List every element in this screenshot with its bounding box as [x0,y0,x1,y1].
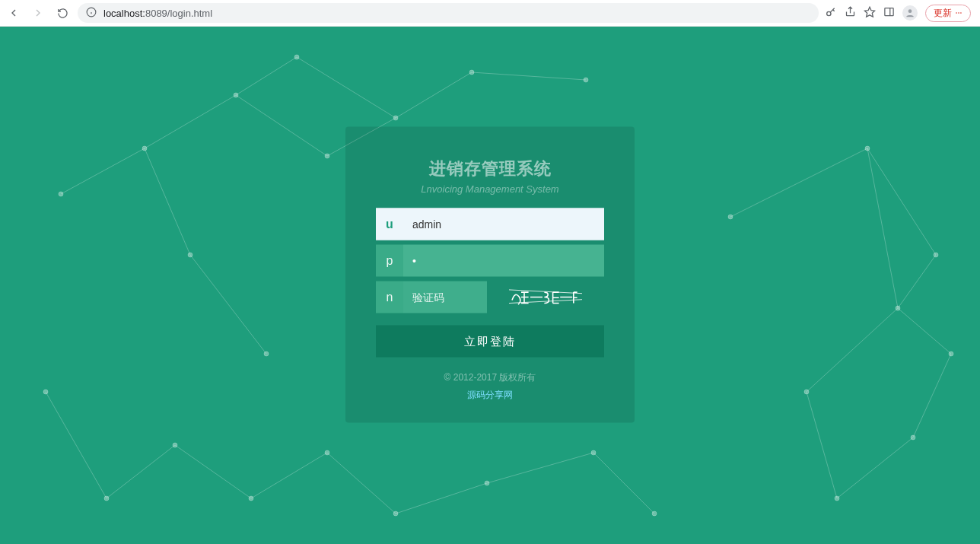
svg-line-60 [913,354,951,437]
svg-line-50 [107,445,175,498]
captcha-image[interactable] [487,282,604,313]
reload-button[interactable] [53,4,72,22]
browser-toolbar: localhost:8089/login.html 更新 [0,0,980,27]
captcha-input[interactable] [403,282,487,313]
svg-line-43 [236,95,327,156]
svg-point-11 [960,12,962,14]
svg-marker-5 [864,7,874,17]
svg-line-44 [145,148,190,255]
page-viewport: 进销存管理系统 Lnvoicing Management System u p … [0,27,980,544]
svg-line-58 [898,255,936,308]
svg-line-56 [593,453,654,514]
username-field: u [376,208,604,240]
svg-line-55 [487,453,593,483]
back-button[interactable] [5,4,23,22]
url-text: localhost:8089/login.html [103,8,212,19]
svg-line-41 [236,57,297,95]
svg-line-51 [175,445,251,498]
svg-line-65 [730,148,867,217]
bookmark-star-icon[interactable] [864,6,876,21]
source-link[interactable]: 源码分享网 [467,390,513,400]
site-info-icon[interactable] [85,7,97,20]
svg-line-63 [807,308,898,392]
password-field: p [376,245,604,277]
login-panel: 进销存管理系统 Lnvoicing Management System u p … [345,127,635,423]
svg-point-10 [958,12,959,14]
captcha-field: n [376,282,604,313]
svg-line-52 [251,453,327,498]
share-icon[interactable] [845,6,856,20]
login-title: 进销存管理系统 [376,157,604,180]
svg-line-42 [297,57,396,118]
forward-button[interactable] [29,4,47,22]
key-icon[interactable] [825,6,837,21]
password-input[interactable] [403,245,604,277]
svg-line-61 [837,437,913,498]
login-button[interactable]: 立即登陆 [376,326,604,358]
update-button[interactable]: 更新 [925,5,971,22]
address-bar[interactable]: localhost:8089/login.html [78,3,819,23]
svg-rect-6 [885,8,893,16]
svg-point-9 [956,12,957,14]
profile-avatar[interactable] [902,5,918,21]
svg-point-8 [908,9,912,13]
svg-line-62 [807,392,837,498]
svg-line-39 [61,148,145,194]
captcha-icon: n [376,282,403,313]
svg-line-54 [396,483,487,514]
user-icon: u [376,208,403,240]
source-link-wrap: 源码分享网 [376,389,604,402]
panel-icon[interactable] [883,6,895,20]
svg-line-47 [472,72,586,80]
svg-line-46 [396,72,472,118]
username-input[interactable] [403,208,604,240]
login-subtitle: Lnvoicing Management System [376,183,604,195]
svg-line-53 [327,453,396,514]
update-label: 更新 [934,7,952,20]
svg-line-59 [898,308,951,354]
svg-line-49 [46,392,107,498]
svg-line-48 [190,255,266,354]
lock-icon: p [376,245,403,277]
svg-point-3 [827,11,831,15]
svg-line-40 [145,95,236,148]
copyright-text: © 2012-2017 版权所有 [376,371,604,384]
toolbar-right: 更新 [825,5,975,22]
